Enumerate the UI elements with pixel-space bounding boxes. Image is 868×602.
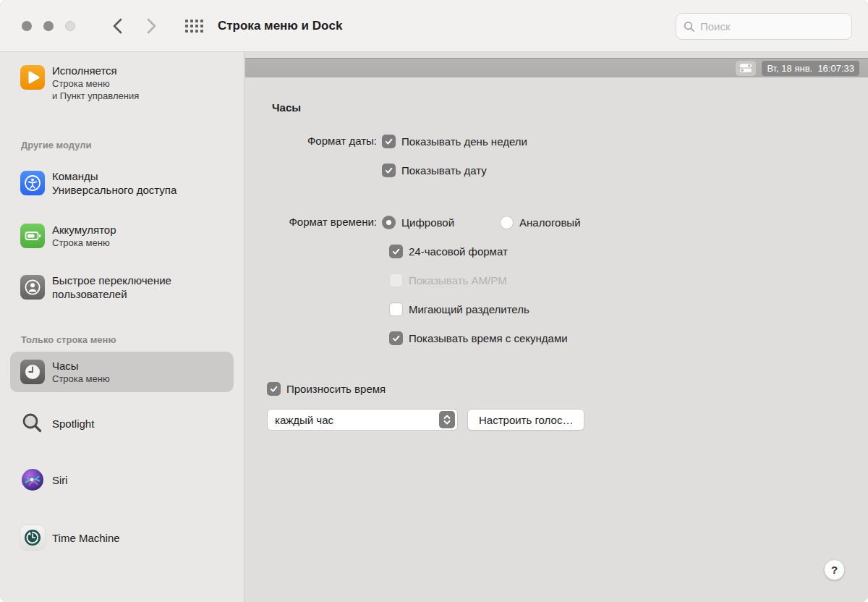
customize-voice-button[interactable]: Настроить голос…: [467, 409, 584, 431]
sidebar-item-label: Команды Универсального доступа: [52, 169, 176, 197]
checkbox-unchecked-icon: [389, 302, 403, 316]
sidebar-item-label: Siri: [52, 473, 68, 487]
time-option-row-4: Показывать время с секундами: [245, 331, 868, 347]
spotlight-icon: [20, 411, 45, 436]
checkbox-checked-icon: [389, 331, 403, 345]
play-icon: [20, 65, 45, 90]
sidebar-item-sublabel: Строка меню и Пункт управления: [52, 77, 139, 102]
date-format-row-1: Формат даты: Показывать день недели: [245, 135, 868, 150]
date-format-row-2: Показывать дату: [245, 164, 868, 179]
announce-time-row: Произносить время: [245, 382, 868, 398]
time-format-row: Формат времени: Цифровой Аналоговый: [245, 216, 868, 232]
sidebar-item-label: Исполняется: [52, 64, 139, 77]
date-format-label: Формат даты:: [245, 135, 377, 147]
zoom-window-icon[interactable]: [65, 21, 75, 31]
sidebar: Исполняется Строка меню и Пункт управлен…: [0, 52, 244, 602]
checkbox-24-hour[interactable]: 24-часовой формат: [389, 245, 508, 258]
checkbox-disabled-icon: [389, 274, 403, 287]
chevron-right-icon: [147, 18, 156, 34]
sidebar-item-clock[interactable]: Часы Строка меню: [10, 352, 234, 392]
chevron-left-icon: [113, 18, 122, 34]
checkbox-show-ampm: Показывать AM/PM: [389, 274, 507, 287]
radio-selected-icon: [382, 216, 396, 229]
checkbox-flash-separators[interactable]: Мигающий разделитель: [389, 302, 529, 316]
clock-settings-panel: Вт, 18 янв. 16:07:33 Часы Формат даты: П…: [245, 52, 868, 602]
sidebar-item-spotlight[interactable]: Spotlight: [10, 404, 234, 443]
sidebar-item-label: Аккумулятор: [52, 223, 116, 237]
radio-unselected-icon: [500, 216, 514, 229]
checkbox-checked-icon: [382, 135, 396, 148]
sidebar-item-time-machine[interactable]: Time Machine: [10, 518, 234, 557]
sidebar-item-label: Spotlight: [52, 417, 94, 431]
user-switch-icon: [20, 275, 45, 300]
menu-bar-preview: Вт, 18 янв. 16:07:33: [245, 58, 868, 77]
back-button[interactable]: [113, 18, 122, 34]
checkbox-show-seconds[interactable]: Показывать время с секундами: [389, 331, 568, 345]
show-all-icon[interactable]: [185, 20, 203, 33]
checkbox-show-weekday[interactable]: Показывать день недели: [382, 135, 527, 148]
radio-digital[interactable]: Цифровой: [382, 216, 454, 229]
sidebar-item-now-playing[interactable]: Исполняется Строка меню и Пункт управлен…: [10, 56, 234, 109]
stepper-icon: [439, 411, 455, 428]
minimize-window-icon[interactable]: [43, 21, 54, 31]
search-icon: [684, 21, 695, 33]
time-machine-icon: [20, 525, 45, 550]
radio-analog[interactable]: Аналоговый: [500, 216, 581, 229]
checkbox-checked-icon: [382, 164, 396, 177]
sidebar-item-fast-user-switching[interactable]: Быстрое переключение пользователей: [10, 266, 234, 308]
clock-icon: [20, 360, 45, 384]
checkbox-checked-icon: [389, 245, 403, 258]
time-format-label: Формат времени:: [245, 216, 377, 228]
forward-button[interactable]: [147, 18, 156, 34]
close-window-icon[interactable]: [22, 21, 32, 31]
time-option-row-1: 24-часовой формат: [245, 245, 868, 260]
checkbox-announce-time[interactable]: Произносить время: [267, 382, 386, 396]
title-bar: Строка меню и Dock: [0, 0, 868, 52]
time-option-row-2: Показывать AM/PM: [245, 274, 868, 289]
search-field[interactable]: [676, 13, 852, 40]
dropdown-selected-value: каждый час: [275, 414, 333, 426]
checkbox-checked-icon: [267, 382, 281, 396]
sidebar-section-menu-bar-only: Только строка меню: [21, 334, 244, 345]
help-button[interactable]: ?: [824, 559, 845, 580]
menu-bar-clock-preview: Вт, 18 янв. 16:07:33: [762, 61, 859, 76]
time-option-row-3: Мигающий разделитель: [245, 302, 868, 318]
control-center-icon: [736, 61, 756, 76]
battery-icon: [20, 224, 45, 248]
sidebar-item-siri[interactable]: Siri: [10, 460, 234, 499]
sidebar-item-label: Быстрое переключение пользователей: [52, 274, 171, 301]
panel-heading: Часы: [272, 101, 301, 114]
sidebar-item-battery[interactable]: Аккумулятор Строка меню: [10, 216, 234, 256]
sidebar-section-other-modules: Другие модули: [21, 140, 244, 150]
checkbox-show-date[interactable]: Показывать дату: [382, 164, 487, 177]
sidebar-item-label: Часы: [52, 359, 110, 373]
sidebar-item-sublabel: Строка меню: [52, 237, 116, 249]
accessibility-icon: [20, 171, 45, 195]
sidebar-item-sublabel: Строка меню: [52, 373, 110, 385]
system-preferences-window: Строка меню и Dock Исполняется Строка ме…: [0, 0, 868, 602]
page-title: Строка меню и Dock: [218, 19, 342, 33]
announce-interval-dropdown[interactable]: каждый час: [267, 409, 458, 431]
sidebar-item-label: Time Machine: [52, 531, 120, 545]
sidebar-item-accessibility-shortcuts[interactable]: Команды Универсального доступа: [10, 162, 234, 204]
search-input[interactable]: [700, 20, 830, 33]
siri-icon: [20, 467, 45, 492]
traffic-lights: [22, 21, 75, 31]
